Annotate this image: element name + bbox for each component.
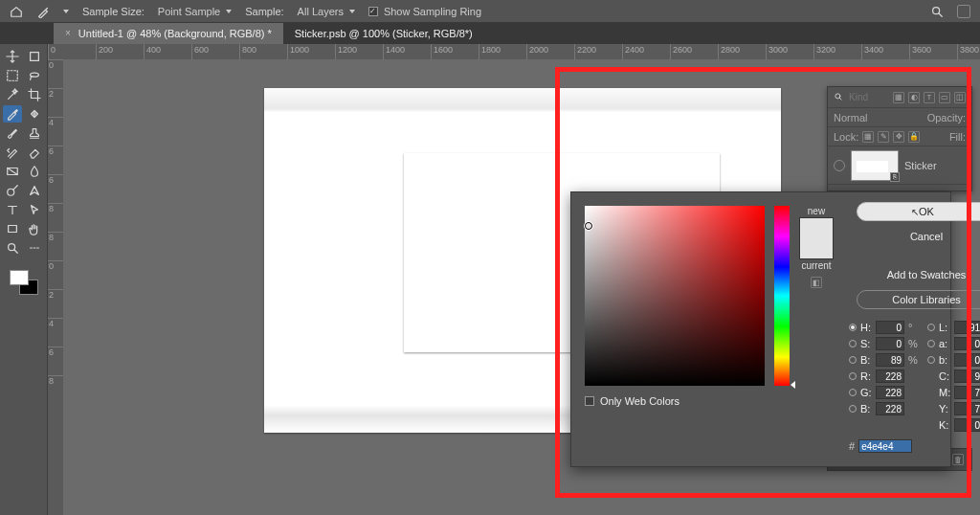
crop-tool-icon[interactable] [25,86,44,103]
color-libraries-button[interactable]: Color Libraries [857,290,980,309]
stamp-tool-icon[interactable] [25,124,44,142]
wand-tool-icon[interactable] [3,86,22,103]
color-bc-field[interactable]: B: [849,402,918,415]
lock-all-icon[interactable]: 🔒 [908,131,920,143]
ok-button[interactable]: ↖OK [857,202,980,221]
eraser-tool-icon[interactable] [25,144,44,161]
gamut-warning-icon[interactable]: ◧ [811,277,822,288]
radio-icon[interactable] [927,356,935,364]
color-k-field[interactable]: K:% [927,418,980,432]
opacity-label: Opacity: [927,112,966,123]
color-c-field[interactable]: C:% [927,369,980,383]
gradient-tool-icon[interactable] [3,163,22,180]
healing-tool-icon[interactable] [25,105,44,123]
filter-smart-icon[interactable]: ◫ [954,92,966,103]
layers-panel: ▦ ◐ T ▭ ◫ NormalOpacity: Lock:▦✎✥🔒 Fill:… [827,86,972,191]
marquee-tool-icon[interactable] [3,67,22,84]
home-icon[interactable] [10,5,23,18]
web-colors-checkbox[interactable]: Only Web Colors [585,395,834,407]
type-tool-icon[interactable] [3,201,22,218]
lock-position-icon[interactable]: ✥ [893,131,904,143]
color-l-field[interactable]: L: [927,321,980,334]
layer-name[interactable]: Sticker [904,160,937,171]
cancel-button[interactable]: Cancel [857,227,980,246]
svg-rect-2 [8,71,18,81]
filter-adjust-icon[interactable]: ◐ [908,92,920,103]
lock-brush-icon[interactable]: ✎ [878,131,889,143]
layer-thumbnail[interactable]: ⎘ [851,150,899,181]
hex-input[interactable] [858,439,912,453]
color-picker-dialog: new current ◧ Only Web Colors ↖OK Cancel… [570,191,951,467]
show-sampling-ring-checkbox[interactable]: ✓Show Sampling Ring [368,6,481,17]
sample-size-dropdown[interactable]: Point Sample [158,6,232,17]
color-bv-field[interactable]: B:% [849,353,918,367]
close-icon[interactable]: × [65,23,71,44]
hand-tool-icon[interactable] [25,220,44,237]
tab-untitled[interactable]: ×Untitled-1 @ 48% (Background, RGB/8) * [54,23,283,44]
color-a-field[interactable]: a: [927,337,980,350]
color-field-cursor[interactable] [584,221,593,231]
blend-mode-dropdown[interactable]: Normal [834,112,867,123]
brush-tool-icon[interactable] [3,124,22,142]
hex-label: # [849,440,855,452]
move-tool-icon[interactable] [3,48,22,65]
filter-shape-icon[interactable]: ▭ [939,92,950,103]
hue-slider[interactable] [774,206,790,386]
rectangle-tool-icon[interactable] [3,220,22,237]
radio-icon[interactable] [849,356,857,364]
svg-rect-1 [31,53,39,61]
tab-sticker[interactable]: Sticker.psb @ 100% (Sticker, RGB/8*) [283,23,484,44]
path-select-icon[interactable] [25,201,44,218]
search-icon[interactable] [930,5,944,18]
lasso-tool-icon[interactable] [25,67,44,84]
color-m-field[interactable]: M:% [927,386,980,399]
radio-icon[interactable] [849,324,857,331]
toolbox [0,44,48,515]
lock-pixels-icon[interactable]: ▦ [862,131,874,143]
color-b-field[interactable]: b: [927,353,980,367]
radio-icon[interactable] [849,340,857,347]
color-r-field[interactable]: R: [849,369,918,383]
visibility-toggle-icon[interactable] [834,160,845,171]
current-color-swatch [800,238,833,258]
history-brush-icon[interactable] [3,144,22,161]
svg-rect-5 [9,226,17,233]
chevron-down-icon[interactable] [63,10,69,13]
color-h-field[interactable]: H:° [849,321,918,334]
artboard-tool-icon[interactable] [25,48,44,65]
sample-layers-dropdown[interactable]: All Layers [298,6,355,17]
pen-tool-icon[interactable] [25,182,44,199]
horizontal-ruler: 0200400600800100012001400160018002000220… [48,44,980,59]
radio-icon[interactable] [849,389,857,396]
zoom-tool-icon[interactable] [3,239,22,257]
radio-icon[interactable] [927,340,935,347]
sample-label: Sample: [245,6,283,17]
eyedropper-tool-icon[interactable] [3,105,22,123]
radio-icon[interactable] [849,372,857,380]
app-options-bar: Sample Size: Point Sample Sample: All La… [0,0,980,23]
fill-label: Fill: [949,131,966,143]
tool-preset-icon[interactable] [36,5,50,18]
dodge-tool-icon[interactable] [3,182,22,199]
new-color-swatch [800,218,833,238]
add-to-swatches-button[interactable]: Add to Swatches [857,265,980,284]
layer-filter-input[interactable] [847,91,889,103]
color-g-field[interactable]: G: [849,386,918,399]
new-color-label: new [808,206,825,216]
edit-toolbar-icon[interactable] [25,239,44,257]
vertical-ruler: 024668802468 [48,59,63,515]
sample-size-label: Sample Size: [82,6,145,17]
filter-type-icon[interactable]: T [924,92,935,103]
blur-tool-icon[interactable] [25,163,44,180]
color-field[interactable] [585,206,765,386]
radio-icon[interactable] [849,405,857,413]
color-y-field[interactable]: Y:% [927,402,980,415]
workspace-icon[interactable] [957,5,970,18]
radio-icon[interactable] [927,324,935,331]
smart-object-badge-icon: ⎘ [890,172,900,182]
color-swatches[interactable] [8,268,40,297]
layer-row[interactable]: ⎘ Sticker [828,146,971,185]
current-color-label: current [801,260,831,271]
filter-pixel-icon[interactable]: ▦ [893,92,904,103]
color-s-field[interactable]: S:% [849,337,918,350]
